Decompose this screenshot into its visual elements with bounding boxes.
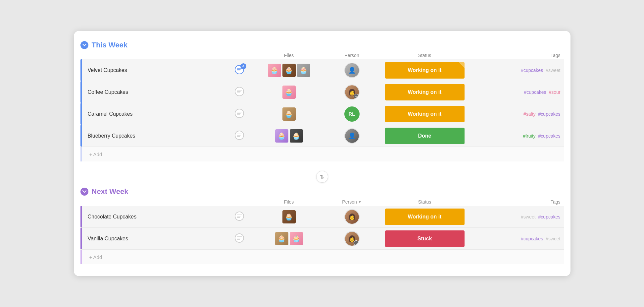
row-tags: #cupcakes #sour: [471, 90, 564, 95]
person-dropdown-arrow[interactable]: ▼: [358, 200, 362, 204]
row-status[interactable]: Working on it: [378, 106, 471, 122]
row-comment[interactable]: 3: [226, 65, 253, 76]
tag[interactable]: #salty: [523, 111, 536, 117]
status-badge[interactable]: Stuck: [385, 230, 465, 247]
file-thumb: 🧁: [268, 64, 281, 77]
row-border: [80, 228, 82, 249]
comment-icon[interactable]: [234, 130, 244, 142]
minus-icon: −: [354, 94, 359, 99]
row-item-name: Blueberry Cupcakes: [80, 133, 226, 139]
tag[interactable]: #sweet: [521, 214, 535, 219]
table-row: Velvet Cupcakes 3 🧁 🧁 🧁: [80, 59, 564, 81]
file-thumb: 🧁: [297, 64, 310, 77]
col-header-person-tw: Person: [325, 53, 378, 58]
tag[interactable]: #fruity: [523, 133, 535, 139]
row-border: [80, 206, 82, 227]
comment-icon[interactable]: [234, 87, 244, 98]
next-week-header: Next Week: [80, 185, 564, 199]
sort-button[interactable]: ⇅: [316, 171, 328, 183]
row-tags: #salty #cupcakes: [471, 111, 564, 117]
row-tags: #sweet #cupcakes: [471, 214, 564, 219]
row-comment[interactable]: [226, 108, 253, 120]
tag[interactable]: #sweet: [546, 68, 560, 73]
col-header-status-tw: Status: [378, 53, 471, 58]
row-status[interactable]: Stuck: [378, 230, 471, 247]
avatar: 👩: [344, 209, 360, 224]
status-badge[interactable]: Working on it: [385, 209, 465, 225]
add-row-next-week[interactable]: + Add: [80, 250, 564, 264]
divider-row: ⇅: [80, 165, 564, 185]
row-person: 👤: [325, 128, 378, 144]
row-person: 👩 −: [325, 85, 378, 100]
tag[interactable]: #cupcakes: [538, 214, 561, 219]
tag[interactable]: #sour: [549, 90, 560, 95]
comment-icon[interactable]: 3: [234, 65, 244, 76]
add-row-this-week[interactable]: + Add: [80, 147, 564, 161]
col-header-comment: [226, 53, 253, 58]
add-row-label: + Add: [89, 152, 102, 157]
tag[interactable]: #cupcakes: [538, 133, 561, 139]
row-files: 🧁 🧁 🧁: [253, 64, 325, 77]
col-header-files-nw: Files: [253, 199, 325, 205]
avatar: 👤: [344, 63, 360, 78]
this-week-title: This Week: [92, 41, 127, 49]
main-container: This Week Files Person Status Tags Velve…: [74, 31, 570, 276]
row-status[interactable]: Working on it: [378, 62, 471, 79]
row-comment[interactable]: [226, 130, 253, 142]
this-week-collapse-button[interactable]: [80, 41, 88, 49]
file-thumb: 🧁: [290, 129, 303, 143]
avatar: 👩 −: [344, 85, 360, 100]
this-week-section: This Week Files Person Status Tags Velve…: [80, 39, 564, 161]
row-comment[interactable]: [226, 211, 253, 222]
row-status[interactable]: Working on it: [378, 84, 471, 100]
tag[interactable]: #cupcakes: [521, 236, 543, 241]
file-thumb: 🧁: [282, 107, 296, 121]
col-header-name: [92, 53, 226, 58]
file-thumb: 🧁: [290, 232, 303, 245]
this-week-col-headers: Files Person Status Tags: [80, 53, 564, 59]
table-row: Coffee Cupcakes 🧁 👩 −: [80, 81, 564, 103]
next-week-col-headers: Files Person ▼ Status Tags: [80, 199, 564, 206]
col-header-tags-tw: Tags: [471, 53, 564, 58]
tag[interactable]: #cupcakes: [521, 68, 543, 73]
file-thumb: 🧁: [275, 129, 288, 143]
tag[interactable]: #cupcakes: [538, 111, 561, 117]
status-badge[interactable]: Done: [385, 128, 465, 144]
table-row: Chocolate Cupcakes 🧁 👩: [80, 206, 564, 228]
comment-badge: 3: [240, 63, 246, 69]
row-border: [80, 125, 82, 147]
this-week-table: Files Person Status Tags Velvet Cupcakes…: [80, 53, 564, 161]
row-files: 🧁: [253, 107, 325, 121]
status-badge[interactable]: Working on it: [385, 84, 465, 100]
col-header-person-nw: Person ▼: [325, 199, 378, 205]
status-badge[interactable]: Working on it: [385, 62, 465, 79]
tag[interactable]: #cupcakes: [524, 90, 546, 95]
table-row: Caramel Cupcakes 🧁 RL Workin: [80, 103, 564, 125]
minus-icon: −: [354, 240, 359, 246]
col-header-comment: [226, 199, 253, 205]
row-comment[interactable]: [226, 87, 253, 98]
table-row: Blueberry Cupcakes 🧁 🧁 👤: [80, 125, 564, 147]
status-badge[interactable]: Working on it: [385, 106, 465, 122]
row-border: [80, 59, 82, 81]
row-item-name: Chocolate Cupcakes: [80, 214, 226, 220]
next-week-collapse-button[interactable]: [80, 188, 88, 196]
comment-icon[interactable]: [234, 211, 244, 222]
col-header-tags-nw: Tags: [471, 199, 564, 205]
tag[interactable]: #sweet: [546, 236, 560, 241]
row-border: [80, 103, 82, 125]
row-item-name: Velvet Cupcakes: [80, 67, 226, 73]
row-comment[interactable]: [226, 233, 253, 244]
comment-icon[interactable]: [234, 233, 244, 244]
comment-icon[interactable]: [234, 108, 244, 120]
row-tags: #cupcakes #sweet: [471, 236, 564, 241]
next-week-title: Next Week: [92, 187, 128, 196]
this-week-header: This Week: [80, 39, 564, 53]
row-person: 👩: [325, 209, 378, 224]
row-files: 🧁: [253, 210, 325, 223]
row-tags: #fruity #cupcakes: [471, 133, 564, 139]
row-status[interactable]: Done: [378, 128, 471, 144]
col-header-name: [92, 199, 226, 205]
row-files: 🧁 🧁: [253, 129, 325, 143]
row-status[interactable]: Working on it: [378, 209, 471, 225]
